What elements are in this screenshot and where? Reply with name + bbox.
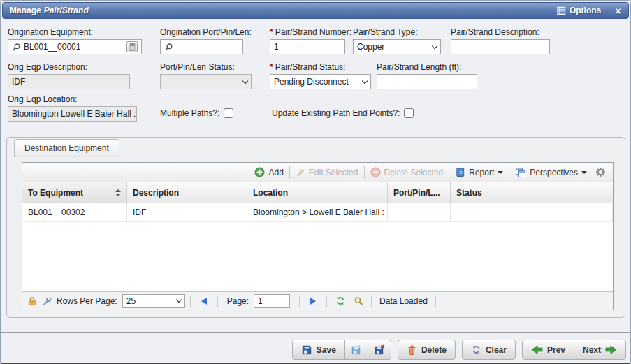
add-icon (254, 167, 265, 177)
grid-toolbar: Add Edit Selected Delete Selected (22, 163, 613, 182)
update-existing-row: Update Existing Path End Points?: (272, 108, 414, 118)
pencil-icon (296, 168, 305, 177)
options-list-icon (557, 6, 566, 15)
pair-strand-type-select[interactable]: Copper (353, 39, 441, 54)
prev-page-icon[interactable] (201, 298, 207, 305)
options-button[interactable]: Options (557, 6, 601, 15)
equipment-picker-button[interactable] (126, 41, 138, 52)
required-marker: * (270, 62, 273, 72)
column-header-description[interactable]: Description (127, 182, 247, 203)
origination-equipment-field[interactable]: BL001__00001 (8, 39, 142, 54)
next-button[interactable]: Next (574, 340, 626, 360)
origination-port-field[interactable] (160, 39, 243, 54)
save-close-button[interactable] (368, 340, 391, 360)
perspectives-button[interactable]: Perspectives (515, 167, 587, 178)
title-prefix: Manage (10, 6, 41, 15)
search-icon[interactable] (354, 296, 363, 306)
report-icon (455, 167, 465, 177)
rows-per-page-value: 25 (126, 296, 136, 306)
pair-strand-status-select[interactable]: Pending Disconnect (270, 74, 371, 89)
title-emphasis: Pair/Strand (44, 6, 89, 15)
delete-button[interactable]: Delete (398, 340, 456, 360)
save-close-icon (374, 344, 385, 356)
toolbar-separator (364, 166, 365, 179)
clear-button[interactable]: Clear (462, 340, 516, 360)
rows-per-page-select[interactable]: 25 (122, 294, 185, 308)
orig-eqp-description-label: Orig Eqp Description: (8, 62, 87, 72)
pair-strand-length-field[interactable] (377, 74, 477, 89)
column-header-port-pin-len[interactable]: Port/Pin/L... (388, 182, 451, 203)
destination-grid: Add Edit Selected Delete Selected (22, 162, 614, 310)
save-icon (301, 344, 312, 356)
column-header-status[interactable]: Status (451, 182, 516, 203)
footer-separator (326, 296, 327, 307)
chevron-down-icon (498, 171, 503, 174)
footer-separator (299, 296, 300, 307)
toolbar-separator (289, 166, 290, 179)
pair-strand-type-value: Copper (357, 42, 384, 52)
add-button[interactable]: Add (254, 167, 283, 177)
wrench-icon[interactable] (42, 296, 52, 306)
multiple-paths-checkbox[interactable] (224, 108, 233, 118)
grid-status-text: Data Loaded (379, 296, 428, 306)
cell-location: Bloomington > Lowell E Baier Hall : ... (247, 203, 388, 221)
pair-strand-length-label: Pair/Strand Length (ft): (377, 62, 461, 72)
report-button[interactable]: Report (455, 167, 503, 177)
cell-empty (516, 203, 613, 221)
clear-icon (471, 344, 481, 355)
refresh-icon[interactable] (335, 296, 346, 306)
trash-icon (407, 344, 417, 356)
gear-icon[interactable] (595, 167, 606, 177)
pair-strand-type-label: Pair/Strand Type: (353, 27, 418, 37)
manage-pair-strand-dialog: ManagePair/Strand Options × Origination … (0, 0, 631, 364)
arrow-right-icon (605, 344, 617, 355)
grid-footer: Rows Per Page: 25 Page: 1 Data Loaded (22, 291, 613, 310)
chevron-down-icon (432, 43, 437, 48)
actions-divider (1, 332, 630, 333)
pair-strand-description-label: Pair/Strand Description: (451, 27, 539, 37)
search-icon (164, 43, 173, 52)
lock-icon[interactable] (27, 296, 37, 306)
remove-icon (370, 167, 381, 177)
delete-selected-button[interactable]: Delete Selected (370, 167, 444, 177)
pair-strand-number-value: 1 (274, 42, 279, 52)
save-add-button[interactable] (344, 340, 368, 360)
column-header-to-equipment[interactable]: To Equipment (22, 182, 127, 203)
pair-strand-number-field[interactable]: 1 (270, 39, 345, 54)
rows-per-page-label: Rows Per Page: (57, 296, 117, 306)
cell-port-pin-len (388, 203, 451, 221)
pair-strand-description-field[interactable] (451, 39, 550, 54)
required-marker: * (270, 27, 273, 37)
pair-strand-status-label: *Pair/Strand Status: (270, 62, 345, 72)
save-button-group: Save (292, 340, 391, 360)
footer-separator (190, 296, 191, 307)
sort-icon[interactable] (115, 189, 121, 196)
close-icon[interactable]: × (615, 6, 621, 16)
table-row[interactable]: BL001__00302 IDF Bloomington > Lowell E … (22, 203, 613, 222)
footer-separator (217, 296, 218, 307)
next-page-icon[interactable] (310, 298, 316, 305)
origination-equipment-label: Origination Equipment: (8, 27, 93, 37)
toolbar-separator (509, 166, 509, 179)
save-add-icon (351, 344, 362, 356)
port-pin-len-status-label: Port/Pin/Len Status: (160, 62, 235, 72)
tab-destination-equipment[interactable]: Destination Equipment (14, 139, 119, 157)
grid-body: BL001__00302 IDF Bloomington > Lowell E … (22, 203, 613, 291)
orig-eqp-location-value: Bloomington Lowell E Baier Hall : Bl (12, 109, 137, 119)
column-header-location[interactable]: Location (247, 182, 388, 203)
save-button[interactable]: Save (292, 340, 345, 360)
prev-button[interactable]: Prev (522, 340, 574, 360)
page-input[interactable]: 1 (254, 294, 290, 308)
arrow-left-icon (531, 344, 543, 355)
orig-eqp-description-value: IDF (12, 77, 25, 87)
update-existing-label: Update Existing Path End Points?: (272, 108, 400, 118)
page-label: Page: (227, 296, 249, 306)
port-pin-len-status-select[interactable] (160, 74, 252, 89)
edit-selected-button[interactable]: Edit Selected (296, 168, 358, 177)
footer-separator (435, 296, 436, 307)
nav-button-group: Prev Next (522, 340, 626, 360)
page-value: 1 (258, 296, 263, 306)
update-existing-checkbox[interactable] (404, 108, 414, 118)
column-header-empty (516, 182, 613, 203)
chevron-down-icon (581, 171, 587, 174)
